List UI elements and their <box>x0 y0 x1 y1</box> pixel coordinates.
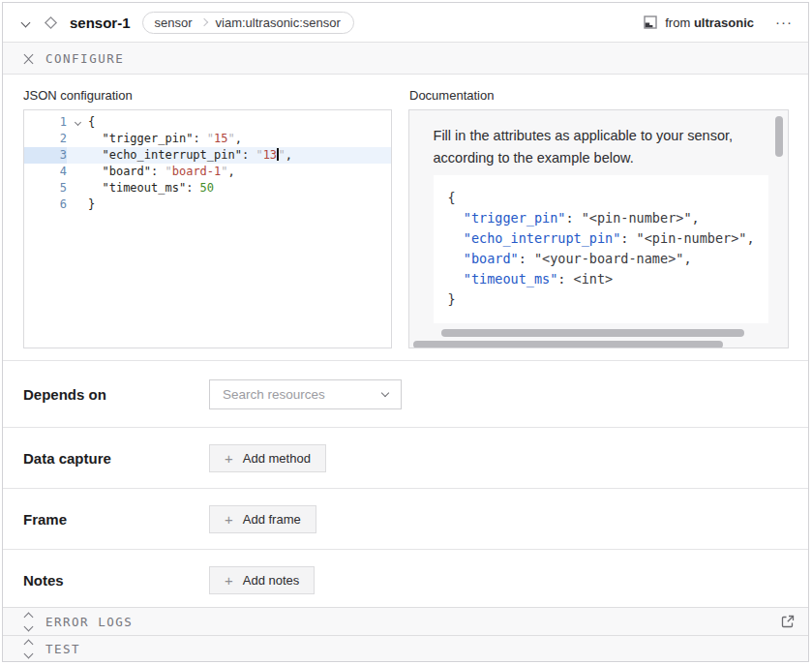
test-title: TEST <box>45 642 80 656</box>
model-label: viam:ultrasonic:sensor <box>207 15 353 30</box>
add-notes-label: Add notes <box>243 573 300 588</box>
component-type-badge: sensor viam:ultrasonic:sensor <box>142 12 354 34</box>
editor-line: 3 "echo_interrupt_pin": "13", <box>24 147 391 164</box>
add-method-label: Add method <box>243 451 311 466</box>
data-capture-label: Data capture <box>23 450 209 467</box>
documentation-panel: Fill in the attributes as applicable to … <box>408 109 789 348</box>
editor-line: 4 "board": "board-1", <box>24 164 391 180</box>
error-logs-section-header[interactable]: ERROR LOGS <box>3 607 808 635</box>
doc-code-line: "echo_interrupt_pin": "<pin-number>", <box>448 228 768 249</box>
module-icon <box>644 15 657 29</box>
doc-code-line: } <box>448 289 768 310</box>
editor-line: 5 "timeout_ms": 50 <box>24 180 391 196</box>
type-label: sensor <box>143 15 201 30</box>
fold-spacer <box>67 131 88 147</box>
line-number: 6 <box>24 196 67 213</box>
depends-on-placeholder: Search resources <box>223 387 325 402</box>
add-frame-button[interactable]: + Add frame <box>209 505 316 533</box>
component-name: sensor-1 <box>70 15 131 31</box>
component-card: sensor-1 sensor viam:ultrasonic:sensor f… <box>2 2 809 662</box>
json-editor[interactable]: 1{2 "trigger_pin": "15",3 "echo_interrup… <box>23 109 392 348</box>
component-diamond-icon <box>43 15 59 31</box>
chevron-down-icon <box>381 388 389 396</box>
expand-section-icon <box>23 614 33 630</box>
component-header: sensor-1 sensor viam:ultrasonic:sensor f… <box>3 3 808 43</box>
depends-on-select[interactable]: Search resources <box>209 379 402 409</box>
editor-line: 2 "trigger_pin": "15", <box>24 131 391 147</box>
test-section-header[interactable]: TEST <box>3 635 808 661</box>
fold-spacer <box>67 180 88 196</box>
doc-code-line: { <box>448 188 768 208</box>
overflow-menu-button[interactable]: ··· <box>775 17 793 27</box>
line-number: 3 <box>24 147 67 164</box>
plus-icon: + <box>225 573 233 588</box>
add-notes-button[interactable]: + Add notes <box>209 566 315 594</box>
plus-icon: + <box>225 451 233 466</box>
json-config-label: JSON configuration <box>23 88 409 103</box>
badge-separator-icon <box>201 19 207 25</box>
plus-icon: + <box>225 512 233 527</box>
configure-content: JSON configuration Documentation 1{2 "tr… <box>3 75 808 607</box>
line-number: 4 <box>24 164 67 180</box>
frame-row: Frame + Add frame <box>3 488 808 549</box>
fold-spacer <box>67 196 88 213</box>
from-prefix: from <box>665 15 690 30</box>
open-logs-external-icon[interactable] <box>781 615 795 628</box>
editor-line: 1{ <box>24 114 391 131</box>
depends-on-row: Depends on Search resources <box>3 360 808 427</box>
doc-code-line: "timeout_ms": <int> <box>448 269 768 289</box>
expand-section-icon <box>23 641 33 657</box>
fold-spacer <box>67 164 88 180</box>
data-capture-row: Data capture + Add method <box>3 427 808 488</box>
documentation-code-example: { "trigger_pin": "<pin-number>", "echo_i… <box>434 175 768 323</box>
notes-row: Notes + Add notes <box>3 549 808 607</box>
doc-code-line: "trigger_pin": "<pin-number>", <box>448 208 768 228</box>
add-frame-label: Add frame <box>243 512 301 527</box>
line-number: 5 <box>24 180 67 196</box>
fold-chevron-icon[interactable] <box>67 114 88 131</box>
module-source: from ultrasonic <box>644 15 754 30</box>
add-method-button[interactable]: + Add method <box>209 444 326 472</box>
line-number: 2 <box>24 131 67 147</box>
collapse-component-icon[interactable] <box>22 19 29 26</box>
configure-section-header[interactable]: CONFIGURE <box>3 43 808 75</box>
error-logs-title: ERROR LOGS <box>45 615 133 629</box>
configure-title: CONFIGURE <box>45 51 124 66</box>
notes-label: Notes <box>23 572 209 589</box>
doc-vertical-scrollbar[interactable] <box>775 116 783 157</box>
editor-line: 6} <box>24 196 391 213</box>
line-number: 1 <box>24 114 67 131</box>
code-horizontal-scrollbar[interactable] <box>441 329 744 337</box>
doc-code-line: "board": "<your-board-name>", <box>448 249 768 269</box>
frame-label: Frame <box>23 511 209 528</box>
collapse-section-icon <box>23 49 33 67</box>
fold-spacer <box>67 147 88 164</box>
doc-horizontal-scrollbar[interactable] <box>413 341 723 348</box>
documentation-label: Documentation <box>409 88 494 103</box>
depends-on-label: Depends on <box>23 386 209 403</box>
from-module-name: ultrasonic <box>694 15 754 30</box>
documentation-intro: Fill in the attributes as applicable to … <box>434 125 761 169</box>
